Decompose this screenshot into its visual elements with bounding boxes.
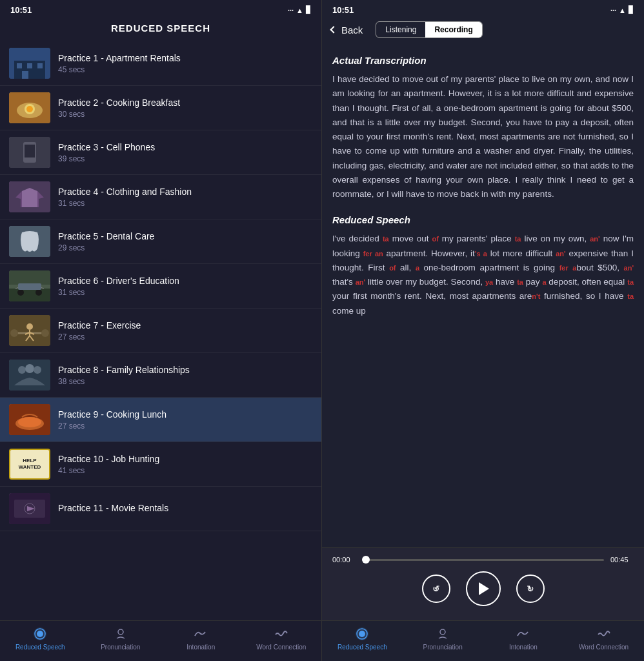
nav-pronunciation-label: Pronunciation bbox=[101, 644, 140, 651]
right-nav-reduced-speech-label: Reduced Speech bbox=[337, 644, 387, 651]
reduced-word-to4: ta bbox=[627, 278, 634, 286]
list-item-8[interactable]: Practice 8 - Family Relationships38 secs bbox=[0, 353, 321, 398]
progress-bar-container: 00:00 00:45 bbox=[332, 556, 634, 564]
list-item-1[interactable]: Practice 1 - Apartment Rentals45 secs bbox=[0, 41, 321, 86]
reduced-word-of2: of bbox=[389, 264, 396, 272]
list-item-9[interactable]: Practice 9 - Cooking Lunch27 secs bbox=[0, 398, 321, 442]
reduced-word-an1: an' bbox=[590, 235, 599, 243]
item-info-10: Practice 10 - Job Hunting41 secs bbox=[58, 454, 312, 475]
svg-rect-5 bbox=[22, 71, 28, 79]
item-info-5: Practice 5 - Dental Care29 secs bbox=[58, 231, 312, 252]
item-info-8: Practice 8 - Family Relationships38 secs bbox=[58, 365, 312, 386]
list-item-7[interactable]: Practice 7 - Exercise27 secs bbox=[0, 309, 321, 353]
right-nav-intonation[interactable]: Intonation bbox=[483, 626, 564, 651]
forward-button[interactable]: ↻ 5 bbox=[516, 575, 545, 603]
wifi-icon: ▲ bbox=[296, 6, 303, 14]
recording-tab[interactable]: Recording bbox=[425, 22, 481, 37]
item-duration-7: 27 secs bbox=[58, 332, 312, 341]
item-title-2: Practice 2 - Cooking Breakfast bbox=[58, 97, 312, 108]
list-item-11[interactable]: Practice 11 - Movie Rentals bbox=[0, 487, 321, 531]
item-info-2: Practice 2 - Cooking Breakfast30 secs bbox=[58, 97, 312, 119]
thumb-3 bbox=[9, 137, 50, 168]
reduced-word-to3: ta bbox=[517, 278, 523, 286]
right-nav-reduced-speech[interactable]: Reduced Speech bbox=[322, 626, 403, 651]
thumb-8 bbox=[9, 360, 50, 391]
item-duration-2: 30 secs bbox=[58, 110, 312, 119]
right-nav-pronunciation[interactable]: Pronunciation bbox=[403, 626, 483, 651]
practice-list: Practice 1 - Apartment Rentals45 secsPra… bbox=[0, 41, 321, 620]
svg-point-19 bbox=[35, 289, 42, 296]
item-title-11: Practice 11 - Movie Rentals bbox=[58, 503, 312, 513]
right-word-connection-icon bbox=[596, 626, 612, 642]
right-signal-icon: ··· bbox=[610, 6, 616, 14]
svg-point-43 bbox=[440, 629, 445, 635]
item-duration-10: 41 secs bbox=[58, 466, 312, 475]
nav-intonation[interactable]: Intonation bbox=[161, 626, 241, 651]
right-nav-word-connection[interactable]: Word Connection bbox=[563, 626, 644, 651]
right-panel: 10:51 ··· ▲ ▊ Back Listening Recording A… bbox=[322, 0, 644, 661]
list-item-4[interactable]: Practice 4 - Clothing and Fashion31 secs bbox=[0, 175, 321, 219]
list-item-6[interactable]: Practice 6 - Driver's Education31 secs bbox=[0, 264, 321, 309]
svg-point-25 bbox=[26, 323, 33, 330]
list-item-3[interactable]: Practice 3 - Cell Phones39 secs bbox=[0, 130, 321, 175]
reduced-word-to5: ta bbox=[627, 292, 634, 300]
right-time: 10:51 bbox=[332, 5, 354, 15]
forward-label: 5 bbox=[528, 586, 531, 592]
right-pronunciation-icon bbox=[435, 626, 450, 642]
item-title-8: Practice 8 - Family Relationships bbox=[58, 365, 312, 375]
right-nav-intonation-label: Intonation bbox=[509, 644, 538, 651]
list-item-10[interactable]: HELPWANTEDPractice 10 - Job Hunting41 se… bbox=[0, 442, 321, 487]
nav-reduced-speech-label: Reduced Speech bbox=[15, 644, 65, 651]
nav-word-connection-label: Word Connection bbox=[256, 644, 306, 651]
thumb-6 bbox=[9, 270, 50, 301]
item-duration-8: 38 secs bbox=[58, 377, 312, 386]
thumb-9 bbox=[9, 404, 50, 435]
svg-rect-2 bbox=[17, 63, 22, 68]
thumb-10: HELPWANTED bbox=[9, 449, 50, 480]
item-title-1: Practice 1 - Apartment Rentals bbox=[58, 53, 312, 63]
right-reduced-speech-icon bbox=[354, 626, 370, 642]
item-duration-3: 39 secs bbox=[58, 154, 312, 163]
item-info-7: Practice 7 - Exercise27 secs bbox=[58, 320, 312, 341]
svg-point-37 bbox=[37, 631, 43, 637]
signal-icon: ··· bbox=[288, 6, 294, 14]
nav-pronunciation[interactable]: Pronunciation bbox=[81, 626, 161, 651]
back-button[interactable]: Back bbox=[331, 25, 363, 36]
rewind-button[interactable]: ↺ 5 bbox=[422, 575, 450, 603]
svg-point-32 bbox=[18, 417, 41, 427]
svg-point-29 bbox=[34, 366, 41, 374]
progress-track[interactable] bbox=[362, 559, 604, 561]
reduced-word-to2: ta bbox=[515, 235, 521, 243]
right-nav-bar: Back Listening Recording bbox=[322, 17, 644, 45]
play-icon bbox=[479, 582, 489, 595]
player-controls: ↺ 5 ↻ 5 bbox=[332, 571, 634, 606]
reduced-word-ya: ya bbox=[485, 278, 493, 286]
progress-thumb bbox=[362, 556, 370, 564]
svg-point-24 bbox=[41, 329, 49, 337]
list-item-5[interactable]: Practice 5 - Dental Care29 secs bbox=[0, 219, 321, 264]
reduced-word-an4: an' bbox=[356, 278, 365, 286]
left-status-bar: 10:51 ··· ▲ ▊ bbox=[0, 0, 321, 17]
reduced-word-nt: n't bbox=[532, 292, 540, 300]
thumb-7 bbox=[9, 315, 50, 346]
item-info-6: Practice 6 - Driver's Education31 secs bbox=[58, 276, 312, 297]
item-duration-6: 31 secs bbox=[58, 288, 312, 297]
item-duration-9: 27 secs bbox=[58, 422, 312, 431]
item-info-1: Practice 1 - Apartment Rentals45 secs bbox=[58, 53, 312, 74]
reduced-speech-heading: Reduced Speech bbox=[332, 214, 634, 225]
listening-tab[interactable]: Listening bbox=[376, 22, 425, 37]
play-button[interactable] bbox=[466, 571, 501, 606]
list-item-2[interactable]: Practice 2 - Cooking Breakfast30 secs bbox=[0, 86, 321, 130]
svg-point-18 bbox=[17, 289, 24, 296]
left-bottom-nav: Reduced Speech Pronunciation Intonation bbox=[0, 620, 321, 661]
nav-word-connection[interactable]: Word Connection bbox=[241, 626, 322, 651]
reduced-word-to1: ta bbox=[383, 235, 389, 243]
svg-rect-3 bbox=[27, 63, 32, 68]
reduced-word-of1: of bbox=[432, 235, 438, 243]
nav-reduced-speech[interactable]: Reduced Speech bbox=[0, 626, 81, 651]
svg-point-39 bbox=[118, 629, 123, 635]
back-label: Back bbox=[341, 25, 363, 36]
reduced-speech-icon bbox=[32, 626, 48, 642]
thumb-4 bbox=[9, 181, 50, 212]
reduced-word-an2: an' bbox=[556, 250, 565, 258]
